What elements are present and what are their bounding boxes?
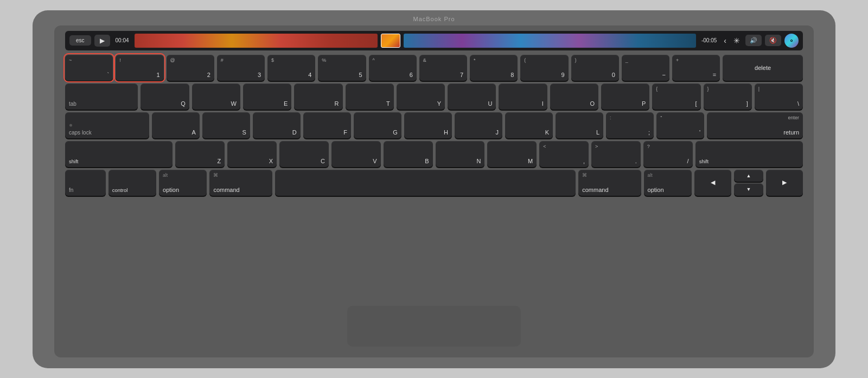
key-y[interactable]: Y <box>397 84 445 110</box>
key-f[interactable]: F <box>303 112 351 138</box>
key-c[interactable]: C <box>279 141 329 167</box>
key-t[interactable]: T <box>346 84 394 110</box>
key-v[interactable]: V <box>331 141 381 167</box>
key-o[interactable]: O <box>550 84 598 110</box>
key-3[interactable]: # 3 <box>217 55 265 81</box>
key-4[interactable]: $ 4 <box>267 55 315 81</box>
key-bracket-close[interactable]: } ] <box>704 84 752 110</box>
key-period[interactable]: > . <box>591 141 641 167</box>
siri-icon[interactable]: ⚬ <box>784 34 799 48</box>
key-j[interactable]: J <box>455 112 502 138</box>
key-return[interactable]: enter return <box>707 112 803 138</box>
touch-bar: esc ▶ 00:04 -00:05 ‹ ✳ 🔊 🔇 ⚬ <box>65 31 803 50</box>
chevron-left-icon[interactable]: ‹ <box>722 36 728 45</box>
key-w[interactable]: W <box>192 84 240 110</box>
key-n[interactable]: N <box>436 141 485 167</box>
key-h[interactable]: H <box>404 112 452 138</box>
key-equals[interactable]: + = <box>672 55 720 81</box>
key-slash[interactable]: ? / <box>643 141 693 167</box>
key-arrow-right[interactable]: ▶ <box>766 170 803 196</box>
row-asdf: caps lock A S D F G H J K L : ; " ' <box>65 112 803 138</box>
macbook-label: MacBook Pro <box>413 16 455 22</box>
key-2[interactable]: @ 2 <box>167 55 214 81</box>
video-thumbnail <box>381 34 400 48</box>
row-modifiers: fn control alt option ⌘ command ⌘ comman… <box>65 170 803 196</box>
key-backtick[interactable]: ~ ` <box>65 55 113 81</box>
key-r[interactable]: R <box>294 84 342 110</box>
key-spacebar[interactable] <box>275 170 576 196</box>
key-shift-left[interactable]: shift <box>65 141 173 167</box>
key-tab[interactable]: tab <box>65 84 138 110</box>
key-minus[interactable]: _ − <box>622 55 669 81</box>
key-semicolon[interactable]: : ; <box>606 112 654 138</box>
key-control[interactable]: control <box>108 170 156 196</box>
key-delete[interactable]: delete <box>723 55 803 81</box>
key-8[interactable]: * 8 <box>470 55 518 81</box>
keyboard-rows: ~ ` ! 1 @ 2 # 3 $ 4 <box>65 55 803 300</box>
key-arrow-left[interactable]: ◀ <box>694 170 731 196</box>
key-0[interactable]: ) 0 <box>571 55 619 81</box>
waveform-left <box>135 34 378 48</box>
key-i[interactable]: I <box>499 84 547 110</box>
key-l[interactable]: L <box>556 112 603 138</box>
key-m[interactable]: M <box>487 141 537 167</box>
key-x[interactable]: X <box>227 141 277 167</box>
key-s[interactable]: S <box>202 112 250 138</box>
key-bracket-open[interactable]: { [ <box>652 84 700 110</box>
volume-icon[interactable]: 🔊 <box>745 35 762 46</box>
trackpad[interactable] <box>347 306 521 347</box>
key-1[interactable]: ! 1 <box>116 55 163 81</box>
caps-lock-indicator <box>69 124 72 126</box>
brightness-icon[interactable]: ✳ <box>731 36 742 45</box>
row-qwerty: tab Q W E R T Y U I O P { [ } ] <box>65 84 803 110</box>
key-7[interactable]: & 7 <box>419 55 467 81</box>
key-fn[interactable]: fn <box>65 170 106 196</box>
waveform-right <box>404 34 696 48</box>
keyboard-area: esc ▶ 00:04 -00:05 ‹ ✳ 🔊 🔇 ⚬ ~ ` ! <box>54 25 814 357</box>
key-k[interactable]: K <box>505 112 553 138</box>
key-5[interactable]: % 5 <box>318 55 366 81</box>
key-command-right[interactable]: ⌘ command <box>578 170 641 196</box>
key-e[interactable]: E <box>243 84 291 110</box>
play-button[interactable]: ▶ <box>94 35 110 47</box>
key-b[interactable]: B <box>384 141 433 167</box>
key-p[interactable]: P <box>601 84 649 110</box>
key-option-right[interactable]: alt option <box>644 170 692 196</box>
mute-icon[interactable]: 🔇 <box>765 35 781 46</box>
key-comma[interactable]: < , <box>539 141 589 167</box>
time-end: -00:05 <box>699 37 719 43</box>
key-a[interactable]: A <box>152 112 200 138</box>
key-command-left[interactable]: ⌘ command <box>209 170 272 196</box>
key-quote[interactable]: " ' <box>656 112 704 138</box>
key-arrow-down[interactable]: ▼ <box>734 183 763 196</box>
row-numbers: ~ ` ! 1 @ 2 # 3 $ 4 <box>65 55 803 81</box>
key-shift-right[interactable]: shift <box>695 141 803 167</box>
key-9[interactable]: ( 9 <box>520 55 568 81</box>
key-u[interactable]: U <box>448 84 496 110</box>
key-backslash[interactable]: | \ <box>755 84 803 110</box>
key-z[interactable]: Z <box>175 141 225 167</box>
esc-key[interactable]: esc <box>69 35 91 46</box>
row-zxcv: shift Z X C V B N M < , > . ? <box>65 141 803 167</box>
key-arrow-up[interactable]: ▲ <box>734 170 763 182</box>
key-6[interactable]: ^ 6 <box>369 55 417 81</box>
time-start: 00:04 <box>113 37 131 43</box>
key-q[interactable]: Q <box>141 84 189 110</box>
key-d[interactable]: D <box>253 112 301 138</box>
macbook-body: MacBook Pro esc ▶ 00:04 -00:05 ‹ ✳ 🔊 🔇 ⚬… <box>33 10 835 368</box>
key-caps-lock[interactable]: caps lock <box>65 112 149 138</box>
key-g[interactable]: G <box>354 112 401 138</box>
key-option-left[interactable]: alt option <box>159 170 207 196</box>
